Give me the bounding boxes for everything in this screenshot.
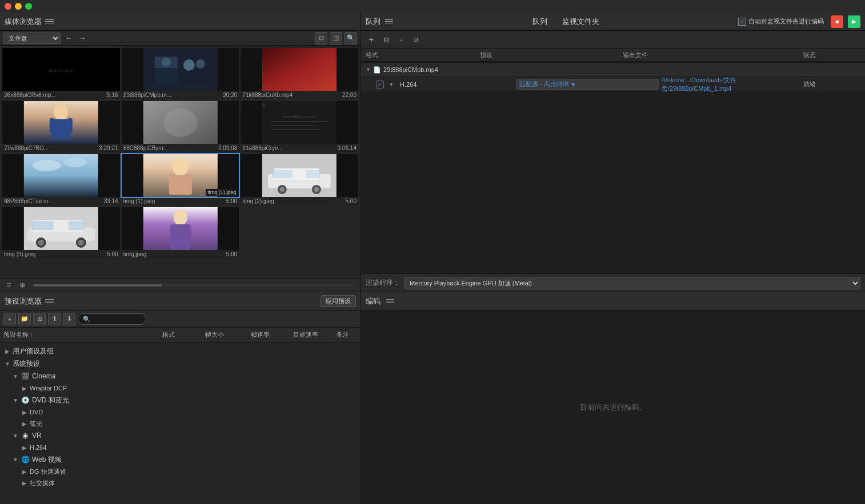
wraptor-label: Wraptor DCP bbox=[30, 385, 67, 392]
svg-point-47 bbox=[173, 209, 187, 225]
list-item[interactable]: www.888pics.com b 91a888piCrye... 3:06:1… bbox=[241, 101, 358, 152]
list-item[interactable]: timg (3).jpeg 5:00 bbox=[2, 207, 120, 259]
dvd-bluray-label: DVD 和蓝光 bbox=[32, 396, 69, 405]
import-button[interactable]: ⬆ bbox=[48, 313, 61, 325]
media-thumbnail bbox=[122, 207, 239, 250]
tree-group-dvd-bluray[interactable]: ▼ 💿 DVD 和蓝光 bbox=[0, 394, 361, 406]
tree-item-social[interactable]: ▶ 社交媒体 bbox=[0, 477, 361, 489]
queue-remove-button[interactable]: − bbox=[395, 34, 407, 46]
queue-item-output[interactable]: /Volume.../Downloads/文件盘/29t888piCMpb_1.… bbox=[662, 76, 801, 93]
maximize-button[interactable] bbox=[25, 3, 32, 10]
location-bar: 文件盘 ← → ⊟ ◫ 🔍 bbox=[0, 31, 361, 46]
grid-view-button[interactable]: ⊞ bbox=[17, 280, 27, 291]
stop-button[interactable]: ■ bbox=[831, 15, 843, 28]
queue-duplicate-button[interactable]: ⧉ bbox=[410, 34, 422, 46]
encode-content: 目前尚未进行编码。 bbox=[361, 311, 865, 504]
location-select[interactable]: 文件盘 bbox=[3, 33, 61, 44]
tree-group-cinema[interactable]: ▼ 🎬 Cinema bbox=[0, 370, 361, 382]
svg-point-42 bbox=[38, 240, 44, 245]
nav-back-button[interactable]: ← bbox=[63, 33, 74, 44]
item-expand-arrow: ▼ bbox=[387, 80, 395, 88]
auto-encode-checkbox[interactable]: ✓ bbox=[738, 18, 746, 26]
media-duration: 2:09:08 bbox=[218, 145, 237, 151]
expand-button[interactable]: ⊞ bbox=[33, 313, 46, 325]
queue-item-preset: 匹配源 - 高比特率 ▼ bbox=[516, 79, 659, 90]
media-name: 91a888piCrye... bbox=[242, 145, 283, 151]
list-item[interactable]: timg (1).jpeg timg (1).jpeg 5:00 bbox=[122, 154, 239, 205]
tree-item-wraptor[interactable]: ▶ Wraptor DCP bbox=[0, 382, 361, 394]
list-item[interactable]: 88C888piCBym... 2:09:08 bbox=[122, 101, 239, 152]
preset-search-input[interactable] bbox=[78, 313, 146, 325]
media-thumbnail bbox=[241, 154, 358, 197]
minimize-button[interactable] bbox=[15, 3, 22, 10]
h264-label: H.264 bbox=[30, 444, 46, 451]
social-arrow: ▶ bbox=[21, 479, 29, 487]
list-item[interactable]: 71w888piC7BQ... 3:29:21 bbox=[2, 101, 120, 152]
svg-point-4 bbox=[161, 58, 170, 67]
preset-column-headers: 预设名称 ↑ 格式 帧大小 帧速率 目标速率 备注 bbox=[0, 328, 361, 342]
nav-forward-button[interactable]: → bbox=[77, 33, 88, 44]
list-item[interactable]: timg.jpeg 5:00 bbox=[122, 207, 239, 259]
preset-toolbar: + 📁 ⊞ ⬆ ⬇ bbox=[0, 311, 361, 328]
tree-group-system[interactable]: ▼ 系统预设 bbox=[0, 357, 361, 370]
media-name: timg (3).jpeg bbox=[4, 251, 36, 257]
system-group-label: 系统预设 bbox=[13, 359, 40, 369]
queue-header: 队列 队列 监视文件夹 ✓ bbox=[361, 13, 865, 31]
media-duration: 5:16 bbox=[107, 92, 118, 98]
svg-point-10 bbox=[54, 104, 68, 120]
encode-title: 编码 bbox=[366, 296, 381, 307]
tree-item-dg[interactable]: ▶ DG 快速通道 bbox=[0, 466, 361, 477]
apply-preset-button[interactable]: 应用预设 bbox=[321, 295, 356, 307]
media-browser: 媒体浏览器 文件盘 ← → ⊟ ◫ 🔍 bbox=[0, 13, 361, 292]
filter-button[interactable]: ⊟ bbox=[315, 32, 327, 45]
svg-text:b: b bbox=[263, 103, 266, 107]
col-header-target: 目标速率 bbox=[283, 330, 329, 339]
media-thumbnail bbox=[122, 101, 239, 144]
queue-menu-icon[interactable] bbox=[385, 17, 393, 26]
svg-point-24 bbox=[64, 158, 87, 167]
tree-group-vr[interactable]: ▼ ◉ VR bbox=[0, 429, 361, 442]
export-button[interactable]: ⬇ bbox=[63, 313, 75, 325]
list-item[interactable]: 98P888piCTue.m... 33:14 bbox=[2, 154, 120, 205]
view-toggle-button[interactable]: ◫ bbox=[330, 32, 342, 45]
list-item[interactable]: timg (2).jpeg 5:00 bbox=[241, 154, 358, 205]
queue-add-button[interactable]: + bbox=[366, 34, 377, 46]
list-item[interactable]: 29t888piCMpb.m... 20:20 bbox=[122, 48, 239, 99]
web-label: Web 视频 bbox=[32, 455, 62, 465]
search-button[interactable]: 🔍 bbox=[345, 32, 357, 45]
add-preset-button[interactable]: + bbox=[3, 313, 16, 325]
queue-settings-button[interactable]: ⊟ bbox=[381, 34, 392, 46]
media-info: 88C888piCBym... 2:09:08 bbox=[122, 144, 239, 152]
media-grid-inner: thumbs.com 26x888piCRv8.mp... 5:16 bbox=[2, 48, 358, 259]
media-browser-menu-icon[interactable] bbox=[45, 17, 54, 26]
preset-menu-icon[interactable] bbox=[45, 297, 54, 306]
tab-watch-folder[interactable]: 监视文件夹 bbox=[555, 15, 606, 28]
new-folder-button[interactable]: 📁 bbox=[18, 313, 31, 325]
media-info: timg.jpeg 5:00 bbox=[122, 250, 239, 259]
tree-group-web[interactable]: ▼ 🌐 Web 视频 bbox=[0, 453, 361, 466]
render-engine-select[interactable]: Mercury Playback Engine GPU 加速 (Metal) bbox=[405, 277, 860, 289]
tree-item-bluray[interactable]: ▶ 蓝光 bbox=[0, 418, 361, 429]
close-button[interactable] bbox=[5, 3, 11, 10]
bluray-label: 蓝光 bbox=[30, 420, 42, 428]
list-item[interactable]: 71k888piCuXb.mp4 22:00 bbox=[241, 48, 358, 99]
svg-rect-22 bbox=[24, 154, 98, 197]
tab-queue[interactable]: 队列 bbox=[526, 15, 554, 28]
right-panel: 队列 队列 监视文件夹 ✓ bbox=[361, 13, 865, 504]
list-view-button[interactable]: ☰ bbox=[3, 280, 14, 291]
list-item[interactable]: thumbs.com 26x888piCRv8.mp... 5:16 bbox=[2, 48, 120, 99]
tree-item-dvd[interactable]: ▶ DVD bbox=[0, 406, 361, 418]
tree-item-h264[interactable]: ▶ H.264 bbox=[0, 442, 361, 453]
auto-encode-label: 自动对监视文件夹进行编码 bbox=[748, 17, 824, 26]
encode-panel: 编码 目前尚未进行编码。 bbox=[361, 292, 865, 504]
play-button[interactable]: ▶ bbox=[848, 15, 860, 28]
encode-menu-icon[interactable] bbox=[386, 297, 394, 306]
media-info: 98P888piCTue.m... 33:14 bbox=[2, 197, 120, 205]
preset-dropdown[interactable]: 匹配源 - 高比特率 ▼ bbox=[516, 79, 659, 90]
encode-header: 编码 bbox=[361, 292, 865, 311]
col-header-name: 预设名称 ↑ bbox=[3, 330, 146, 339]
tree-group-user[interactable]: ▶ 用户预设及组 bbox=[0, 345, 361, 357]
queue-group-header[interactable]: ▼ 📄 29t888piCMpb.mp4 bbox=[361, 63, 865, 76]
svg-rect-36 bbox=[306, 170, 321, 178]
queue-item-checkbox[interactable]: ✓ bbox=[375, 80, 385, 88]
